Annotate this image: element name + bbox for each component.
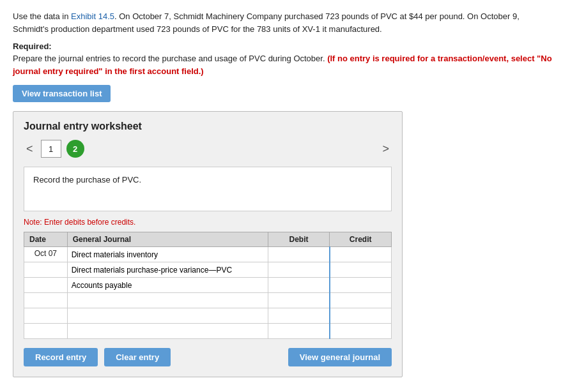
page-1-box[interactable]: 1 <box>41 140 61 158</box>
account-cell-2[interactable] <box>67 262 268 278</box>
col-header-date: Date <box>24 232 68 247</box>
account-input-2[interactable] <box>72 266 264 275</box>
credit-cell-3[interactable] <box>330 278 392 293</box>
date-cell-2 <box>24 262 68 278</box>
debit-cell-5[interactable] <box>268 308 330 324</box>
required-label: Required: <box>13 41 557 51</box>
debit-cell-3[interactable] <box>268 278 330 293</box>
page-1-label: 1 <box>49 144 53 154</box>
nav-row: < 1 2 > <box>24 140 392 158</box>
required-normal: Prepare the journal entries to record th… <box>13 54 327 63</box>
account-input-5[interactable] <box>72 312 264 320</box>
date-cell-6 <box>24 324 68 339</box>
credit-input-6[interactable] <box>334 327 387 336</box>
account-input-4[interactable] <box>72 296 264 305</box>
intro-paragraph: Use the data in Exhibit 14.5. On October… <box>13 10 557 35</box>
exhibit-link[interactable]: Exhibit 14.5 <box>71 11 114 21</box>
table-row <box>24 308 392 324</box>
account-cell-6[interactable] <box>67 324 268 339</box>
table-row <box>24 278 392 293</box>
credit-input-2[interactable] <box>334 266 387 275</box>
col-header-debit: Debit <box>268 232 330 247</box>
credit-cell-4[interactable] <box>330 293 392 308</box>
account-cell-4[interactable] <box>67 293 268 308</box>
date-cell-5 <box>24 308 68 324</box>
worksheet-title: Journal entry worksheet <box>24 121 392 132</box>
date-cell-4 <box>24 293 68 308</box>
account-cell-1[interactable] <box>67 247 268 262</box>
record-entry-button[interactable]: Record entry <box>24 348 98 366</box>
debit-cell-4[interactable] <box>268 293 330 308</box>
debit-input-3[interactable] <box>272 281 325 290</box>
debit-cell-1[interactable] <box>268 247 330 262</box>
debit-cell-2[interactable] <box>268 262 330 278</box>
credit-input-1[interactable] <box>334 250 387 259</box>
credit-input-3[interactable] <box>334 281 387 290</box>
account-cell-3[interactable] <box>67 278 268 293</box>
credit-input-5[interactable] <box>334 312 387 320</box>
account-input-1[interactable] <box>72 250 264 259</box>
date-value-1: Oct 07 <box>35 249 57 258</box>
date-cell-1: Oct 07 <box>24 247 68 262</box>
col-header-general-journal: General Journal <box>67 232 268 247</box>
credit-input-4[interactable] <box>334 296 387 305</box>
view-general-journal-button[interactable]: View general journal <box>288 348 392 366</box>
account-input-6[interactable] <box>72 327 264 336</box>
table-row: Oct 07 <box>24 247 392 262</box>
debit-input-6[interactable] <box>272 327 325 336</box>
note-text: Note: Enter debits before credits. <box>24 218 392 227</box>
nav-left-arrow[interactable]: < <box>24 143 36 155</box>
table-row <box>24 324 392 339</box>
credit-cell-6[interactable] <box>330 324 392 339</box>
debit-input-5[interactable] <box>272 312 325 320</box>
credit-cell-5[interactable] <box>330 308 392 324</box>
table-row <box>24 262 392 278</box>
debit-input-2[interactable] <box>272 266 325 275</box>
table-row <box>24 293 392 308</box>
col-header-credit: Credit <box>330 232 392 247</box>
debit-input-1[interactable] <box>272 250 325 259</box>
credit-cell-2[interactable] <box>330 262 392 278</box>
view-transaction-button[interactable]: View transaction list <box>13 85 111 102</box>
account-input-3[interactable] <box>72 281 264 290</box>
debit-cell-6[interactable] <box>268 324 330 339</box>
required-body: Prepare the journal entries to record th… <box>13 52 557 77</box>
description-box: Record the purchase of PVC. <box>24 167 392 211</box>
date-cell-3 <box>24 278 68 293</box>
account-cell-5[interactable] <box>67 308 268 324</box>
description-text: Record the purchase of PVC. <box>33 175 141 185</box>
page-2-label: 2 <box>73 144 77 154</box>
clear-entry-button[interactable]: Clear entry <box>104 348 171 366</box>
debit-input-4[interactable] <box>272 296 325 305</box>
intro-text1: Use the data in <box>13 11 71 21</box>
credit-cell-1[interactable] <box>330 247 392 262</box>
button-row: Record entry Clear entry View general jo… <box>24 348 392 366</box>
journal-table: Date General Journal Debit Credit Oct 07 <box>24 232 392 339</box>
page-2-circle[interactable]: 2 <box>66 140 84 158</box>
worksheet-container: Journal entry worksheet < 1 2 > Record t… <box>13 111 403 377</box>
nav-right-arrow[interactable]: > <box>380 143 392 155</box>
